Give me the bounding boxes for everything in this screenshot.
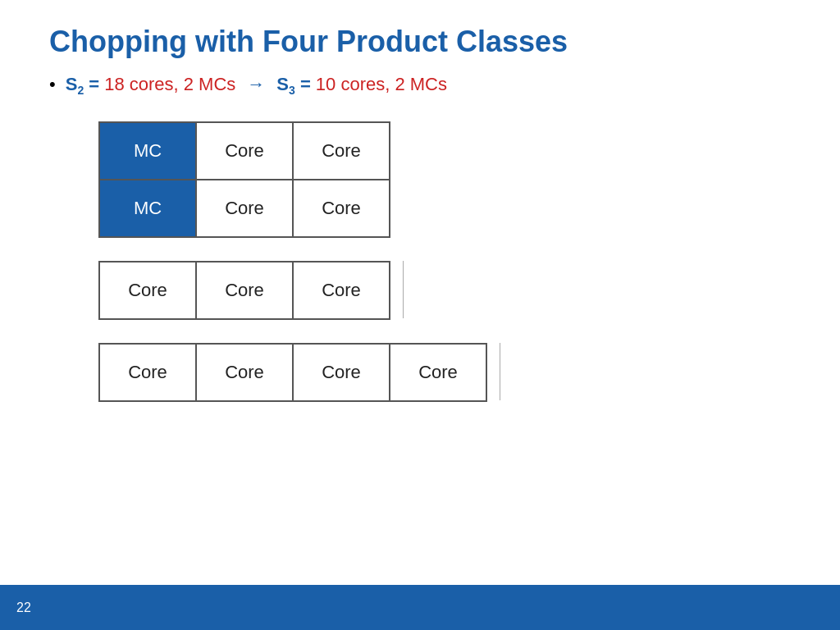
- bullet: •: [49, 74, 56, 95]
- bottom-bar: 22: [0, 585, 840, 630]
- table-row: Core Core Core Core: [99, 344, 486, 401]
- core-cell: Core: [293, 122, 390, 180]
- core-cell: Core: [99, 262, 196, 319]
- vertical-divider: [500, 343, 500, 400]
- table-row: MC Core Core: [99, 180, 390, 237]
- mc-cell: MC: [99, 122, 196, 180]
- subtitle-line: • S2 = 18 cores, 2 MCs → S3 = 10 cores, …: [49, 74, 791, 97]
- grid1-section: MC Core Core MC Core Core: [49, 121, 791, 238]
- content-area: Chopping with Four Product Classes • S2 …: [0, 0, 840, 402]
- table-row: MC Core Core: [99, 122, 390, 180]
- arrow: →: [247, 74, 265, 95]
- s3-label: S3 =: [276, 74, 310, 97]
- grid3-table: Core Core Core Core: [98, 343, 487, 402]
- grid2-row: Core Core Core: [49, 261, 791, 320]
- slide-title: Chopping with Four Product Classes: [49, 25, 791, 59]
- core-cell: Core: [293, 180, 390, 237]
- grid3-row: Core Core Core Core: [49, 343, 791, 402]
- core-cell: Core: [293, 344, 390, 401]
- core-cell: Core: [390, 344, 486, 401]
- mc-cell: MC: [99, 180, 196, 237]
- core-cell: Core: [293, 262, 390, 319]
- s3-desc: 10 cores, 2 MCs: [316, 74, 447, 95]
- grid1-table: MC Core Core MC Core Core: [98, 121, 390, 238]
- table-row: Core Core Core: [99, 262, 390, 319]
- grid3-section: Core Core Core Core: [49, 343, 791, 402]
- core-cell: Core: [196, 122, 293, 180]
- vertical-divider: [403, 261, 404, 318]
- core-cell: Core: [196, 344, 293, 401]
- s2-desc: 18 cores, 2 MCs: [104, 74, 235, 95]
- page-number: 22: [16, 600, 31, 615]
- grid2-section: Core Core Core: [49, 261, 791, 320]
- grid2-table: Core Core Core: [98, 261, 390, 320]
- core-cell: Core: [99, 344, 196, 401]
- s2-label: S2 =: [66, 74, 99, 97]
- core-cell: Core: [196, 262, 293, 319]
- slide: Chopping with Four Product Classes • S2 …: [0, 0, 840, 630]
- core-cell: Core: [196, 180, 293, 237]
